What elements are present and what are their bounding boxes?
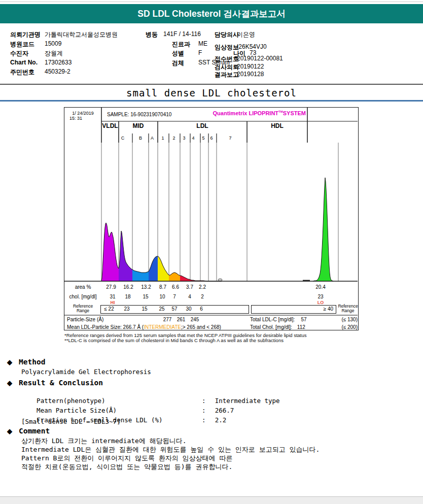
band-group-label: MID	[119, 123, 158, 130]
chol-value: 2	[192, 294, 213, 300]
field-value: 450329-2	[45, 68, 70, 75]
mean-particle-size: Mean LDL-Particle Size: 266.7 Å (INTERME…	[67, 324, 221, 330]
ref-range-value: ≥ 40	[311, 306, 333, 312]
field-label: 수진자	[10, 49, 28, 58]
area-value: 20.4	[310, 284, 331, 290]
brand-label: Quantimetrix LIPOPRINTTMSYSTEM	[166, 110, 306, 117]
band-sub-label: C	[118, 136, 128, 141]
field-value: 가톨릭대학교서울성모병원	[45, 30, 118, 39]
band-sub-label: A	[147, 136, 157, 141]
field-label: 병동	[146, 30, 158, 39]
field-label: Chart No.	[10, 59, 38, 66]
report-page: SD LDL Cholesterol 검사결과보고서 의뢰기관명 가톨릭대학교서…	[0, 0, 423, 504]
band-sub-label: 1	[158, 136, 168, 141]
field-value: 15009	[45, 40, 61, 47]
row-label-chol: chol. [mg/dl]	[64, 294, 101, 300]
field-value: F	[198, 49, 202, 56]
band-group-label: VLDL	[101, 123, 119, 130]
row-label-area: area %	[64, 284, 101, 290]
field-value: ME	[198, 40, 207, 47]
field-label: 접수번호	[215, 55, 239, 63]
comment-line: Pattern B로의 전환이 이루어지지 않도록 환자의 임상상태에 따른	[21, 454, 232, 463]
report-subtitle: small dense LDL cholesterol	[0, 87, 423, 98]
field-value: 141F / 14-116	[163, 30, 201, 38]
comment-line: 상기환자 LDL 크기는 intermediate에 해당됩니다.	[21, 436, 187, 446]
field-label: 진료과	[172, 40, 190, 49]
sample-id: SAMPLE: 16-902319070410	[107, 112, 171, 118]
comment-line: 적절한 치료(운동요법, 식이요법 또는 약물요법 등)를 권유합니다.	[21, 462, 232, 472]
band-sub-label: 4	[188, 136, 198, 141]
ref-range-box-ldl	[100, 305, 249, 314]
particle-size-value: 245	[187, 317, 202, 323]
lipoprint-chart: 1/ 24/201915: 31SAMPLE: 16-902319070410Q…	[64, 107, 359, 330]
particle-size-value: 261	[173, 317, 189, 323]
result-section-header: ◆Result & Conclusion	[7, 379, 103, 387]
field-label: 병원코드	[10, 40, 34, 49]
field-value: 17302633	[45, 59, 72, 66]
chol-value: 23	[310, 294, 331, 300]
ref-range-label: Range	[337, 309, 359, 314]
area-value: 16.2	[118, 284, 138, 290]
chol-value: 18	[118, 294, 138, 300]
area-value: 2.2	[192, 284, 213, 290]
band-sub-label: 2	[169, 136, 179, 141]
field-label: 담당의사	[215, 30, 239, 39]
flag-value: HI	[102, 300, 123, 305]
field-label: 검체	[172, 59, 184, 68]
diamond-icon: ◆	[7, 358, 12, 366]
band-sub-label: 3	[179, 136, 189, 141]
field-value: 20190128	[237, 71, 264, 78]
comment-section-header: ◆Comment	[7, 427, 50, 435]
diamond-icon: ◆	[7, 427, 12, 435]
top-divider	[0, 2, 423, 2]
field-value: 이은영	[237, 30, 255, 39]
band-sub-label: 7	[225, 136, 235, 141]
total-ldl: Total LDL-C [mg/dl]:57	[250, 317, 307, 323]
chart-footnote: **LDL-C is comprised of the sum of chole…	[64, 338, 284, 343]
report-header-title: SD LDL Cholesterol 검사결과보고서	[137, 9, 285, 19]
method-section-header: ◆Method	[7, 358, 45, 366]
field-label: 의뢰기관명	[10, 30, 41, 39]
field-value: 20190122-00081	[237, 55, 283, 62]
method-body: Polyacrylamide Gel Electrophoresis	[21, 368, 151, 376]
chart-date: 1/ 24/2019	[64, 111, 101, 116]
total-chol: Total Chol. [mg/dl]:112	[250, 324, 305, 330]
band-group-label: LDL	[158, 123, 247, 130]
field-value: 20190122	[237, 63, 264, 70]
field-value: I26K54VJ0	[237, 43, 267, 50]
blue-divider	[0, 100, 423, 102]
field-label: 결과보고	[215, 71, 239, 79]
particle-size-value: 277	[160, 317, 175, 323]
page-footer-strip	[0, 496, 423, 504]
particle-size-label: Particle-Size (Å)	[67, 317, 103, 323]
chart-time: 15: 31	[69, 116, 82, 121]
band-sub-label: B	[135, 136, 146, 141]
ref-range-label: Range	[64, 309, 101, 314]
flag-value: LO	[310, 300, 331, 305]
field-label: 성별	[172, 49, 184, 58]
band-group-label: HDL	[247, 123, 307, 130]
band-sub-label: 6	[206, 136, 217, 141]
field-label: 임상정보	[215, 43, 239, 52]
field-label: 주민번호	[10, 68, 34, 77]
comment-line: Intermediate LDL은 심혈관 질환에 대한 위험도를 높일 수 있…	[21, 445, 320, 454]
total-chol-ref: (≤ 200)	[327, 324, 358, 330]
section-divider	[0, 84, 423, 85]
diamond-icon: ◆	[7, 379, 12, 387]
result-note: [Small dense LDL = LDL3~7]	[21, 418, 121, 425]
field-value: 장월계	[45, 49, 63, 58]
total-ldl-ref: (≤ 130)	[327, 317, 358, 323]
report-header-banner: SD LDL Cholesterol 검사결과보고서	[0, 4, 423, 23]
